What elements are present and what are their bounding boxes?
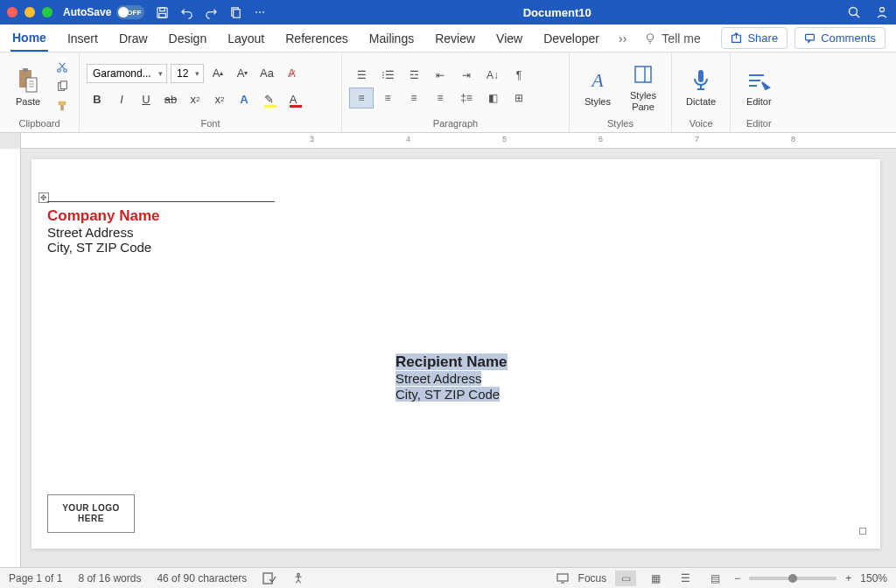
zoom-in-icon[interactable]: + — [845, 572, 851, 584]
align-center-icon[interactable]: ≡ — [375, 88, 400, 108]
group-font: Garamond... 12 A▴ A▾ Aa A̷ B I U ab x2 x… — [80, 52, 342, 132]
paste-button[interactable]: Paste — [7, 63, 49, 110]
italic-button[interactable]: I — [111, 90, 132, 109]
more-icon[interactable]: ⋯ — [253, 5, 267, 19]
decrease-font-icon[interactable]: A▾ — [232, 64, 253, 83]
highlight-icon[interactable]: ✎ — [258, 90, 279, 109]
recipient-street[interactable]: Street Address — [396, 371, 508, 387]
undo-icon[interactable] — [179, 5, 193, 19]
bold-button[interactable]: B — [87, 90, 108, 109]
document-title: Document10 — [267, 6, 847, 19]
search-icon[interactable] — [847, 5, 861, 19]
font-size-combo[interactable]: 12 — [171, 64, 204, 83]
display-settings-icon[interactable] — [556, 572, 570, 584]
logo-placeholder[interactable]: YOUR LOGO HERE — [47, 494, 135, 533]
change-case-icon[interactable]: Aa — [256, 64, 277, 83]
line-spacing-icon[interactable]: ‡≡ — [454, 88, 479, 108]
draft-icon[interactable]: ▤ — [704, 570, 725, 586]
recipient-block[interactable]: Recipient Name Street Address City, ST Z… — [396, 354, 508, 402]
increase-indent-icon[interactable]: ⇥ — [454, 65, 479, 86]
svg-rect-1 — [160, 7, 165, 10]
multilevel-icon[interactable]: ☲ — [402, 65, 426, 86]
tab-mailings[interactable]: Mailings — [368, 26, 416, 51]
editor-button[interactable]: Editor — [738, 63, 780, 110]
vertical-ruler[interactable] — [0, 149, 21, 567]
justify-icon[interactable]: ≡ — [428, 88, 452, 108]
font-color-icon[interactable]: A — [283, 90, 304, 109]
zoom-level[interactable]: 150% — [860, 572, 887, 584]
font-name-combo[interactable]: Garamond... — [87, 64, 167, 83]
zoom-out-icon[interactable]: − — [734, 572, 740, 584]
styles-button[interactable]: A Styles — [577, 63, 619, 110]
focus-mode[interactable]: Focus — [578, 572, 607, 584]
svg-line-20 — [60, 62, 65, 68]
tell-me[interactable]: Tell me — [644, 32, 700, 46]
tab-review[interactable]: Review — [433, 26, 477, 51]
word-count[interactable]: 8 of 16 words — [78, 572, 141, 584]
clear-formatting-icon[interactable]: A̷ — [281, 64, 302, 83]
sort-icon[interactable]: A↓ — [480, 65, 505, 86]
resize-handle-icon[interactable] — [859, 528, 866, 535]
tab-references[interactable]: References — [284, 26, 350, 51]
redo-icon[interactable] — [204, 5, 218, 19]
align-right-icon[interactable]: ≡ — [402, 88, 426, 108]
copy-icon[interactable] — [52, 78, 72, 95]
dictate-button[interactable]: Dictate — [679, 63, 723, 110]
more-tabs-icon[interactable]: ›› — [619, 32, 626, 46]
tab-design[interactable]: Design — [167, 26, 209, 51]
svg-rect-13 — [23, 68, 28, 72]
tab-layout[interactable]: Layout — [226, 26, 266, 51]
format-painter-icon[interactable] — [52, 97, 72, 115]
sender-street[interactable]: Street Address — [47, 225, 275, 240]
recipient-name[interactable]: Recipient Name — [396, 354, 508, 371]
align-left-icon[interactable]: ≡ — [349, 88, 374, 108]
zoom-slider[interactable] — [749, 577, 836, 580]
page[interactable]: ✥ Company Name Street Address City, ST Z… — [32, 159, 880, 549]
recipient-city[interactable]: City, ST ZIP Code — [396, 387, 508, 402]
sender-city[interactable]: City, ST ZIP Code — [47, 240, 275, 255]
accessibility-icon[interactable] — [292, 572, 304, 584]
tab-draw[interactable]: Draw — [117, 26, 150, 51]
close-window[interactable] — [7, 7, 18, 18]
tab-home[interactable]: Home — [10, 25, 48, 52]
decrease-indent-icon[interactable]: ⇤ — [428, 65, 452, 86]
svg-rect-23 — [60, 80, 66, 88]
outline-icon[interactable]: ☰ — [675, 570, 696, 586]
autosave-switch[interactable]: OFF — [116, 5, 144, 19]
shading-icon[interactable]: ◧ — [480, 88, 505, 108]
numbering-icon[interactable]: ⁝☰ — [375, 65, 400, 86]
share-button[interactable]: Share — [721, 27, 788, 49]
print-layout-icon[interactable]: ▭ — [615, 570, 636, 586]
increase-font-icon[interactable]: A▴ — [207, 64, 228, 83]
account-icon[interactable] — [875, 5, 889, 19]
subscript-button[interactable]: x2 — [185, 90, 206, 109]
page-count[interactable]: Page 1 of 1 — [9, 572, 62, 584]
tab-insert[interactable]: Insert — [66, 26, 100, 51]
statusbar: Page 1 of 1 8 of 16 words 46 of 90 chara… — [0, 567, 896, 588]
autosave-toggle[interactable]: AutoSave OFF — [63, 5, 144, 19]
superscript-button[interactable]: x2 — [209, 90, 230, 109]
cut-icon[interactable] — [52, 59, 72, 76]
web-layout-icon[interactable]: ▦ — [645, 570, 666, 586]
char-count[interactable]: 46 of 90 characters — [157, 572, 247, 584]
template-icon[interactable] — [228, 5, 242, 19]
comments-button[interactable]: Comments — [794, 27, 886, 49]
font-label: Font — [87, 116, 334, 132]
maximize-window[interactable] — [42, 7, 52, 18]
spellcheck-icon[interactable] — [262, 572, 276, 584]
underline-button[interactable]: U — [136, 90, 157, 109]
text-effects-icon[interactable]: A — [234, 90, 255, 109]
tab-developer[interactable]: Developer — [542, 26, 601, 51]
bullets-icon[interactable]: ☰ — [349, 65, 374, 86]
strikethrough-button[interactable]: ab — [160, 90, 181, 109]
borders-icon[interactable]: ⊞ — [507, 88, 531, 108]
styles-pane-button[interactable]: Styles Pane — [622, 57, 664, 115]
save-icon[interactable] — [155, 5, 169, 19]
horizontal-ruler[interactable]: 3 4 5 6 7 8 — [21, 133, 896, 149]
show-marks-icon[interactable]: ¶ — [507, 65, 531, 86]
sender-block[interactable]: Company Name Street Address City, ST ZIP… — [47, 201, 275, 255]
tab-view[interactable]: View — [494, 26, 524, 51]
svg-line-21 — [60, 62, 65, 68]
minimize-window[interactable] — [24, 7, 35, 18]
company-name[interactable]: Company Name — [47, 207, 275, 225]
